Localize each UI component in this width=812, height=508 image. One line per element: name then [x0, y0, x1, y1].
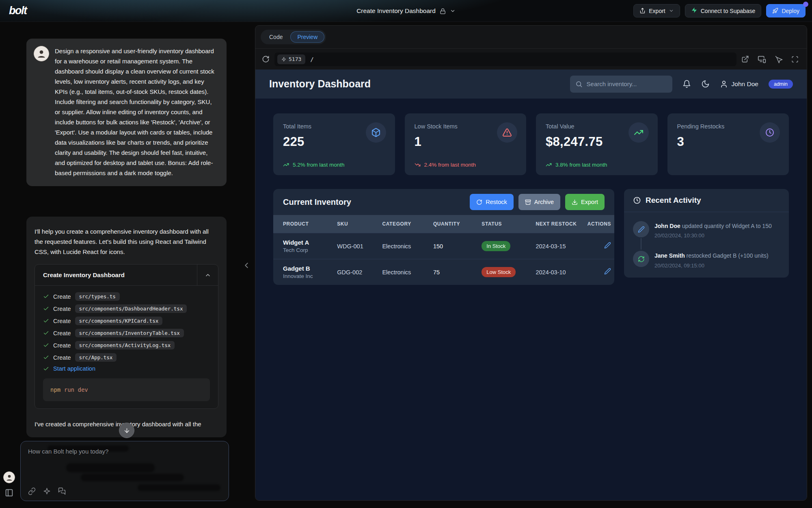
search-input[interactable] — [587, 80, 667, 87]
fullscreen-icon[interactable] — [791, 56, 799, 63]
preview-toolbar-icons — [741, 55, 800, 63]
inventory-search[interactable] — [570, 76, 672, 93]
quantity-cell[interactable]: 150 — [433, 233, 482, 259]
export-button[interactable]: Export — [633, 4, 680, 17]
export-csv-button[interactable]: Export — [565, 194, 605, 210]
inventory-table: PRODUCT SKU CATEGORY QUANTITY STATUS NEX… — [273, 215, 614, 285]
edit-pencil-icon[interactable] — [604, 242, 611, 249]
col-sku[interactable]: SKU — [337, 215, 382, 233]
col-product[interactable]: PRODUCT — [273, 215, 337, 233]
user-chip[interactable]: John Doe — [720, 80, 758, 88]
sparkles-icon[interactable] — [43, 487, 51, 495]
link-attach-icon[interactable] — [28, 487, 36, 495]
check-icon — [43, 293, 49, 300]
role-badge: admin — [769, 80, 793, 89]
notification-dot — [803, 2, 808, 7]
panel-left-toggle-icon[interactable] — [5, 488, 13, 497]
search-icon — [575, 80, 583, 88]
file-name[interactable]: src/components/ActivityLog.tsx — [75, 341, 175, 350]
bolt-logo[interactable]: bolt — [6, 4, 26, 17]
check-icon — [43, 330, 49, 336]
artifact-body: Create src/types.ts Create src/component… — [35, 286, 218, 408]
account-avatar[interactable] — [3, 471, 15, 483]
chat-input-toolbar — [28, 487, 66, 495]
plug-zap-icon — [281, 57, 286, 62]
chevron-down-icon[interactable] — [450, 8, 456, 14]
activity-item: John Doe updated quantity of Widget A to… — [633, 221, 780, 239]
file-name[interactable]: src/components/InventoryTable.tsx — [75, 329, 184, 337]
inventory-title: Current Inventory — [283, 198, 351, 207]
chevron-left-collapse-icon[interactable] — [242, 261, 251, 270]
chat-prompt-input[interactable] — [28, 448, 221, 472]
col-status[interactable]: STATUS — [482, 215, 536, 233]
restock-date-cell: 2024-03-15 — [536, 233, 587, 259]
sku-cell: WDG-001 — [337, 233, 382, 259]
refresh-icon — [476, 199, 482, 205]
dashboard-title: Inventory Dashboard — [269, 78, 371, 90]
code-preview-switch: Code Preview — [261, 30, 326, 44]
product-name: Gadget B — [283, 265, 334, 272]
deploy-button[interactable]: Deploy — [766, 4, 806, 17]
responsive-devices-icon[interactable] — [758, 55, 766, 63]
activity-list: John Doe updated quantity of Widget A to… — [624, 212, 789, 278]
trending-down-icon — [415, 162, 421, 168]
artifact-step[interactable]: Create src/components/KPICard.tsx — [43, 317, 210, 325]
artifact-step[interactable]: Create src/components/ActivityLog.tsx — [43, 341, 210, 350]
col-category[interactable]: CATEGORY — [382, 215, 433, 233]
connect-supabase-button[interactable]: Connect to Supabase — [685, 4, 762, 17]
artifact-header: Create Inventory Dashboard — [35, 265, 218, 286]
archive-button[interactable]: Archive — [518, 194, 560, 210]
artifact-step[interactable]: Create src/components/InventoryTable.tsx — [43, 329, 210, 337]
bell-icon[interactable] — [682, 80, 691, 88]
quantity-cell[interactable]: 75 — [433, 259, 482, 285]
reload-icon[interactable] — [262, 55, 270, 63]
trending-up-icon — [546, 162, 552, 168]
check-icon — [43, 354, 49, 360]
file-name[interactable]: src/components/DashboardHeader.tsx — [75, 304, 187, 313]
dark-mode-moon-icon[interactable] — [701, 80, 710, 88]
rocket-icon — [772, 8, 778, 14]
file-name[interactable]: src/components/KPICard.tsx — [75, 317, 163, 325]
tab-preview[interactable]: Preview — [290, 31, 324, 43]
refresh-icon — [633, 251, 649, 267]
status-badge: In Stock — [482, 241, 510, 251]
start-application-step[interactable]: Start application — [43, 365, 210, 372]
open-external-icon[interactable] — [741, 55, 749, 63]
editor-tabs-row: Code Preview — [255, 26, 807, 48]
category-cell: Electronics — [382, 259, 433, 285]
activity-title: Recent Activity — [646, 196, 701, 205]
chevron-up-icon[interactable] — [197, 265, 218, 286]
edit-pencil-icon[interactable] — [604, 268, 611, 275]
kpi-card-low-stock: Low Stock Items 1 2.4% from last month — [405, 113, 527, 175]
tab-code[interactable]: Code — [262, 31, 289, 43]
port-pill[interactable]: 5173 — [277, 54, 305, 64]
table-row[interactable]: Widget A Tech Corp WDG-001 Electronics 1… — [273, 233, 614, 259]
sku-cell: GDG-002 — [337, 259, 382, 285]
col-next-restock[interactable]: NEXT RESTOCK — [536, 215, 587, 233]
inspect-cursor-off-icon[interactable] — [775, 55, 783, 63]
user-message: Design a responsive and user-friendly in… — [26, 39, 227, 186]
check-icon — [43, 318, 49, 324]
chat-mode-icon[interactable] — [58, 487, 66, 495]
dashboard-body: Total Items 225 5.2% from last month Low… — [255, 99, 807, 285]
inventory-card-header: Current Inventory Restock Archive — [273, 189, 614, 215]
restock-button[interactable]: Restock — [470, 194, 513, 210]
file-name[interactable]: src/App.tsx — [75, 353, 117, 362]
trending-up-icon — [628, 122, 649, 143]
preview-address-bar[interactable]: 5173 / — [274, 52, 736, 66]
artifact-step[interactable]: Create src/types.ts — [43, 292, 210, 301]
download-icon — [572, 199, 578, 205]
scroll-to-bottom-button[interactable] — [119, 423, 134, 438]
table-row[interactable]: Gadget B Innovate Inc GDG-002 Electronic… — [273, 259, 614, 285]
col-quantity[interactable]: QUANTITY — [433, 215, 482, 233]
check-icon — [43, 306, 49, 312]
start-application-link[interactable]: Start application — [53, 365, 95, 372]
artifact-step[interactable]: Create src/App.tsx — [43, 353, 210, 362]
file-name[interactable]: src/types.ts — [75, 292, 120, 301]
package-icon — [366, 122, 386, 143]
user-name: John Doe — [732, 80, 758, 88]
blurred-text — [81, 474, 184, 481]
artifact-step[interactable]: Create src/components/DashboardHeader.ts… — [43, 304, 210, 313]
project-title-group[interactable]: Create Inventory Dashboard — [356, 0, 456, 22]
arrow-down-icon — [123, 427, 130, 434]
